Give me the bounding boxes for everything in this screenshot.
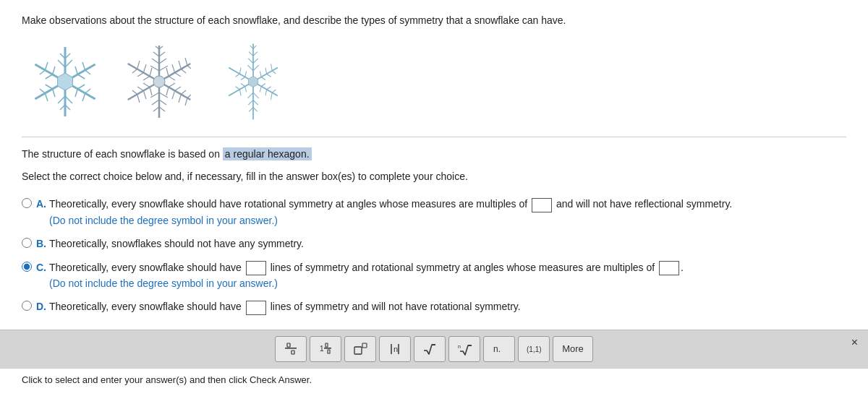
option-d-item: D. Theoretically, every snowflake should… — [22, 298, 846, 314]
option-b-item: B. Theoretically, snowflakes should not … — [22, 236, 846, 252]
svg-line-101 — [260, 87, 261, 93]
based-on-text: The structure of each snowflake is based… — [22, 146, 846, 162]
svg-line-99 — [271, 64, 273, 70]
svg-line-16 — [85, 89, 90, 93]
option-a-item: A. Theoretically, every snowflake should… — [22, 196, 846, 228]
svg-line-50 — [179, 61, 181, 69]
more-button[interactable]: More — [553, 336, 593, 362]
superscript-button[interactable] — [344, 336, 376, 362]
snowflakes-row — [22, 38, 846, 125]
svg-line-88 — [253, 59, 258, 64]
svg-rect-126 — [326, 343, 328, 347]
abs-value-icon: n — [387, 341, 403, 357]
svg-line-45 — [169, 77, 175, 81]
svg-line-111 — [249, 108, 253, 112]
svg-line-113 — [245, 87, 247, 93]
svg-line-77 — [132, 69, 137, 74]
svg-line-86 — [253, 65, 259, 71]
svg-line-24 — [40, 89, 45, 93]
option-d-radio[interactable] — [22, 301, 32, 311]
instruction-text: Make observations about the structure of… — [22, 13, 846, 28]
option-c-item: C. Theoretically, every snowflake should… — [22, 259, 846, 292]
svg-line-108 — [253, 100, 258, 105]
toolbar-area: 1 n — [0, 330, 868, 368]
svg-line-107 — [247, 93, 253, 98]
svg-marker-30 — [58, 73, 73, 90]
svg-line-74 — [150, 68, 152, 77]
svg-line-55 — [175, 87, 181, 91]
svg-line-47 — [175, 73, 181, 77]
svg-line-96 — [267, 74, 271, 77]
paren-pair-icon: (1,1) — [526, 341, 542, 357]
option-a-radio[interactable] — [22, 198, 32, 208]
options-list: A. Theoretically, every snowflake should… — [22, 196, 846, 314]
main-container: Make observations about the structure of… — [0, 0, 868, 315]
absolute-value-button[interactable]: n — [379, 336, 411, 362]
decimal-button[interactable]: n. — [483, 336, 515, 362]
svg-line-72 — [137, 95, 140, 103]
option-d-box[interactable] — [246, 301, 266, 315]
paren-pair-button[interactable]: (1,1) — [518, 336, 550, 362]
svg-line-75 — [137, 73, 143, 77]
svg-line-56 — [172, 91, 175, 100]
svg-line-57 — [181, 90, 186, 95]
option-a-box[interactable] — [532, 198, 552, 212]
svg-text:1: 1 — [320, 345, 324, 353]
sqrt-button[interactable] — [414, 336, 446, 362]
fraction-button[interactable] — [275, 336, 307, 362]
svg-rect-125 — [324, 348, 331, 349]
option-a-sub: (Do not include the degree symbol in you… — [49, 212, 846, 228]
svg-line-28 — [40, 70, 45, 74]
svg-line-112 — [241, 84, 245, 87]
option-c-sub: (Do not include the degree symbol in you… — [49, 275, 846, 291]
svg-line-118 — [235, 74, 239, 77]
option-c-label[interactable]: C. Theoretically, every snowflake should… — [36, 259, 846, 292]
svg-line-109 — [248, 100, 253, 105]
option-b-label[interactable]: B. Theoretically, snowflakes should not … — [36, 236, 846, 252]
svg-line-68 — [150, 87, 152, 96]
svg-line-22 — [46, 85, 53, 89]
toolbar-close-button[interactable]: × — [851, 336, 858, 349]
option-c-box2[interactable] — [659, 261, 679, 275]
svg-line-71 — [132, 90, 137, 95]
snowflake-1 — [22, 38, 109, 125]
fraction-icon — [283, 341, 299, 357]
svg-line-46 — [166, 68, 169, 77]
svg-line-104 — [272, 90, 276, 93]
svg-line-89 — [248, 59, 253, 64]
svg-text:n: n — [393, 345, 398, 353]
svg-line-78 — [137, 61, 140, 69]
svg-text:n: n — [458, 344, 461, 349]
svg-line-17 — [82, 93, 85, 101]
svg-line-54 — [166, 87, 169, 96]
nth-root-button[interactable]: n — [448, 336, 480, 362]
svg-line-95 — [260, 72, 261, 77]
svg-line-73 — [143, 77, 150, 81]
option-c-radio[interactable] — [22, 262, 32, 272]
option-d-label[interactable]: D. Theoretically, every snowflake should… — [36, 298, 846, 314]
svg-line-26 — [46, 74, 53, 79]
svg-line-49 — [181, 69, 186, 74]
svg-line-94 — [261, 77, 265, 79]
svg-line-116 — [241, 77, 245, 79]
svg-line-105 — [271, 93, 273, 99]
svg-line-29 — [45, 62, 48, 70]
footer-text: Click to select and enter your answer(s)… — [0, 368, 868, 392]
svg-line-14 — [77, 85, 85, 89]
mixed-number-button[interactable]: 1 — [310, 336, 341, 362]
mixed-number-icon: 1 — [318, 341, 333, 357]
option-b-radio[interactable] — [22, 238, 32, 248]
svg-line-110 — [253, 108, 258, 112]
svg-line-103 — [265, 90, 267, 96]
svg-line-15 — [75, 89, 77, 97]
svg-line-102 — [267, 87, 271, 90]
svg-line-10 — [77, 74, 85, 79]
svg-line-76 — [143, 64, 146, 73]
option-c-box1[interactable] — [246, 261, 266, 275]
nth-root-icon: n — [456, 341, 472, 357]
snowflake-3 — [210, 38, 297, 125]
svg-line-53 — [169, 83, 175, 87]
svg-line-114 — [235, 87, 239, 90]
option-a-label[interactable]: A. Theoretically, every snowflake should… — [36, 196, 846, 228]
svg-line-59 — [187, 95, 191, 98]
